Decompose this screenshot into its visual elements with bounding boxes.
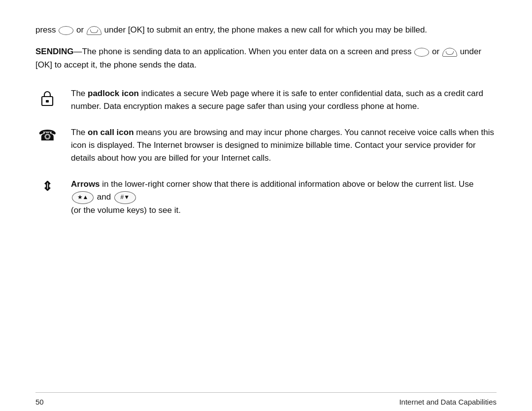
padlock-text: The padlock icon indicates a secure Web … <box>71 87 497 113</box>
icon-list: The padlock icon indicates a secure Web … <box>35 87 497 217</box>
padlock-row: The padlock icon indicates a secure Web … <box>35 87 497 113</box>
ok-button-oval-2 <box>414 48 429 57</box>
sending-label: SENDING <box>35 47 73 56</box>
top-para-rest: under [OK] to submit an entry, the phone… <box>104 25 427 34</box>
hash-down-key: #▼ <box>114 191 136 204</box>
padlock-bold: padlock icon <box>88 89 139 98</box>
arrows-end-text: (or the volume keys) to see it. <box>71 206 181 215</box>
on-call-row: ☎ The on call icon means you are browsin… <box>35 126 497 165</box>
arrows-row: ⇕ Arrows in the lower-right corner show … <box>35 178 497 217</box>
ok-button-arch <box>87 26 101 35</box>
arrows-bold: Arrows <box>71 179 100 189</box>
ok-button-oval <box>59 26 73 35</box>
padlock-svg <box>40 89 54 107</box>
sending-or: or <box>432 47 442 56</box>
on-call-text: The on call icon means you are browsing … <box>71 126 497 165</box>
top-para-press: press <box>35 25 58 34</box>
content-area: press or under [OK] to submit an entry, … <box>35 24 497 392</box>
section-title: Internet and Data Capabilities <box>399 398 497 406</box>
sending-paragraph: SENDING—The phone is sending data to an … <box>35 45 497 71</box>
top-para-or: or <box>76 25 86 34</box>
padlock-icon-cell <box>35 87 59 107</box>
arrows-icon-cell: ⇕ <box>35 178 59 193</box>
phone-handset-icon: ☎ <box>38 128 57 143</box>
page: press or under [OK] to submit an entry, … <box>0 0 532 411</box>
star-up-key: ★▲ <box>72 191 94 204</box>
sending-emdash: —The phone is sending data to an applica… <box>73 47 414 56</box>
page-number: 50 <box>35 398 44 406</box>
on-call-bold: on call icon <box>88 128 134 137</box>
up-down-arrows-icon: ⇕ <box>42 180 53 193</box>
ok-button-arch-2 <box>442 48 457 57</box>
on-call-icon-cell: ☎ <box>35 126 59 143</box>
and-text: and <box>97 192 113 202</box>
svg-rect-1 <box>46 100 49 103</box>
footer: 50 Internet and Data Capabilities <box>35 392 497 411</box>
top-paragraph: press or under [OK] to submit an entry, … <box>35 24 497 36</box>
arrows-text: Arrows in the lower-right corner show th… <box>71 178 497 217</box>
